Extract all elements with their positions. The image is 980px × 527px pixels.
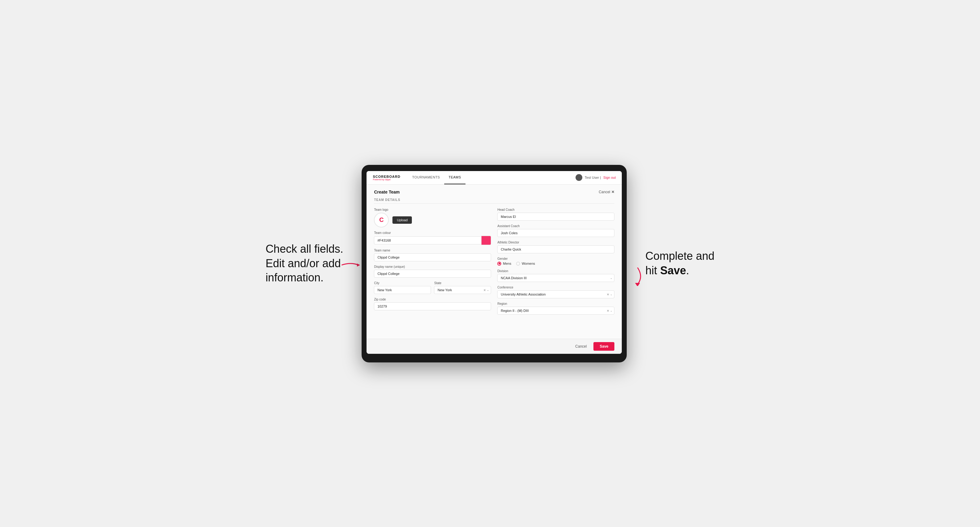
conference-select[interactable]: University Athletic Association: [497, 290, 614, 298]
left-annotation: Check all fields. Edit and/or add inform…: [266, 242, 343, 285]
left-annotation-line2: Edit and/or add: [266, 257, 340, 270]
nav-user-name: Test User |: [585, 176, 601, 179]
left-column: Team logo C Upload Team colour: [374, 208, 491, 318]
logo-upload-area: C Upload: [374, 213, 491, 227]
state-field-wrap: State New York ✕ ⌄: [434, 281, 491, 294]
gender-label: Gender: [497, 257, 614, 260]
nav-logo-title: SCOREBOARD: [373, 175, 400, 178]
nav-bar: SCOREBOARD Powered by clippd TOURNAMENTS…: [366, 171, 622, 185]
division-group: Division NCAA Division III ⌄: [497, 269, 614, 282]
division-select-wrap: NCAA Division III ⌄: [497, 274, 614, 282]
right-annotation-line1: Complete and: [645, 250, 714, 262]
upload-button[interactable]: Upload: [393, 216, 412, 224]
zip-label: Zip code: [374, 298, 491, 301]
mens-radio-dot: [497, 262, 501, 266]
region-label: Region: [497, 302, 614, 305]
team-name-label: Team name: [374, 249, 491, 252]
city-field-wrap: City: [374, 281, 431, 294]
left-annotation-line1: Check all fields.: [266, 243, 343, 255]
gender-mens-radio[interactable]: Mens: [497, 262, 511, 266]
left-annotation-line3: information.: [266, 271, 323, 284]
display-name-group: Display name (unique): [374, 265, 491, 278]
region-select[interactable]: Region II - (M) DIII: [497, 306, 614, 315]
cancel-x-button[interactable]: Cancel ✕: [599, 190, 614, 194]
logo-circle: C: [374, 213, 389, 227]
nav-tab-teams[interactable]: TEAMS: [444, 171, 465, 185]
nav-right: Test User | Sign out: [576, 174, 616, 181]
team-name-input[interactable]: [374, 253, 491, 261]
division-label: Division: [497, 269, 614, 273]
conference-group: Conference University Athletic Associati…: [497, 286, 614, 298]
section-label: TEAM DETAILS: [374, 198, 614, 204]
svg-marker-1: [635, 283, 640, 286]
nav-tab-tournaments[interactable]: TOURNAMENTS: [408, 171, 444, 185]
zip-input[interactable]: [374, 302, 491, 310]
athletic-director-label: Athletic Director: [497, 241, 614, 244]
nav-tabs: TOURNAMENTS TEAMS: [408, 171, 576, 185]
athletic-director-group: Athletic Director: [497, 241, 614, 253]
conference-label: Conference: [497, 286, 614, 289]
left-arrow-icon: [342, 260, 360, 270]
athletic-director-input[interactable]: [497, 245, 614, 253]
head-coach-input[interactable]: [497, 213, 614, 221]
city-state-group: City State New York: [374, 281, 491, 294]
display-name-input[interactable]: [374, 270, 491, 278]
close-icon: ✕: [611, 190, 614, 194]
gender-group: Gender Mens Womens: [497, 257, 614, 266]
city-state-row: City State New York: [374, 281, 491, 294]
state-select-wrap: New York ✕ ⌄: [434, 286, 491, 294]
assistant-coach-input[interactable]: [497, 229, 614, 237]
city-input[interactable]: [374, 286, 431, 294]
color-field-wrap: [374, 236, 491, 245]
zip-group: Zip code: [374, 298, 491, 310]
form-footer: Cancel Save: [366, 339, 622, 354]
right-annotation-line2: hit Save.: [645, 264, 689, 277]
nav-sign-out[interactable]: Sign out: [603, 176, 616, 179]
region-select-wrap: Region II - (M) DIII ✕ ⌄: [497, 306, 614, 315]
head-coach-group: Head Coach: [497, 208, 614, 221]
gender-womens-radio[interactable]: Womens: [516, 262, 535, 266]
conference-select-wrap: University Athletic Association ✕ ⌄: [497, 290, 614, 298]
footer-cancel-button[interactable]: Cancel: [571, 342, 590, 351]
head-coach-label: Head Coach: [497, 208, 614, 211]
form-header: Create Team Cancel ✕: [374, 189, 614, 194]
team-colour-group: Team colour: [374, 231, 491, 245]
region-group: Region Region II - (M) DIII ✕ ⌄: [497, 302, 614, 315]
tablet-frame: SCOREBOARD Powered by clippd TOURNAMENTS…: [362, 165, 627, 362]
assistant-coach-group: Assistant Coach: [497, 224, 614, 237]
nav-logo-sub: Powered by clippd: [373, 178, 400, 181]
right-annotation: Complete and hit Save.: [645, 249, 714, 278]
form-container: Create Team Cancel ✕ TEAM DETAILS Team l…: [366, 185, 622, 339]
form-title: Create Team: [374, 189, 399, 194]
division-select[interactable]: NCAA Division III: [497, 274, 614, 282]
gender-row: Mens Womens: [497, 262, 614, 266]
womens-radio-dot: [516, 262, 520, 266]
color-swatch[interactable]: [481, 236, 491, 245]
team-colour-label: Team colour: [374, 231, 491, 235]
right-column: Head Coach Assistant Coach Athletic Dire…: [497, 208, 614, 318]
two-col-layout: Team logo C Upload Team colour: [374, 208, 614, 318]
nav-logo: SCOREBOARD Powered by clippd: [373, 175, 400, 181]
state-label: State: [434, 281, 491, 285]
svg-marker-0: [357, 264, 360, 267]
team-name-group: Team name: [374, 249, 491, 261]
tablet-screen: SCOREBOARD Powered by clippd TOURNAMENTS…: [366, 171, 622, 354]
right-arrow-icon: [628, 268, 647, 286]
team-colour-input[interactable]: [374, 237, 481, 244]
right-annotation-bold: Save: [660, 264, 686, 277]
assistant-coach-label: Assistant Coach: [497, 224, 614, 228]
state-select[interactable]: New York: [434, 286, 491, 294]
city-label: City: [374, 281, 431, 285]
avatar: [576, 174, 582, 181]
team-logo-group: Team logo C Upload: [374, 208, 491, 227]
display-name-label: Display name (unique): [374, 265, 491, 268]
page-wrapper: Check all fields. Edit and/or add inform…: [12, 165, 968, 362]
footer-save-button[interactable]: Save: [593, 342, 614, 351]
team-logo-label: Team logo: [374, 208, 491, 211]
